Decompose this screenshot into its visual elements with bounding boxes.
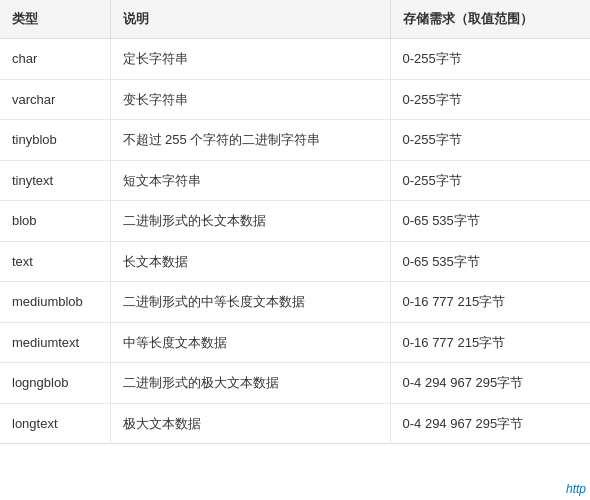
cell-storage: 0-4 294 967 295字节 (390, 403, 590, 444)
table-row: mediumblob二进制形式的中等长度文本数据0-16 777 215字节 (0, 282, 590, 323)
cell-type: logngblob (0, 363, 110, 404)
data-table-container: 类型 说明 存储需求（取值范围） char定长字符串0-255字节varchar… (0, 0, 590, 444)
cell-storage: 0-16 777 215字节 (390, 282, 590, 323)
table-row: text长文本数据0-65 535字节 (0, 241, 590, 282)
cell-description: 长文本数据 (110, 241, 390, 282)
header-storage: 存储需求（取值范围） (390, 0, 590, 39)
table-header-row: 类型 说明 存储需求（取值范围） (0, 0, 590, 39)
table-row: mediumtext中等长度文本数据0-16 777 215字节 (0, 322, 590, 363)
cell-description: 中等长度文本数据 (110, 322, 390, 363)
table-row: tinyblob不超过 255 个字符的二进制字符串0-255字节 (0, 120, 590, 161)
cell-storage: 0-255字节 (390, 39, 590, 80)
cell-storage: 0-16 777 215字节 (390, 322, 590, 363)
cell-type: longtext (0, 403, 110, 444)
table-row: varchar变长字符串0-255字节 (0, 79, 590, 120)
cell-type: tinyblob (0, 120, 110, 161)
watermark-text: http (566, 482, 586, 496)
cell-type: char (0, 39, 110, 80)
data-type-table: 类型 说明 存储需求（取值范围） char定长字符串0-255字节varchar… (0, 0, 590, 444)
cell-description: 二进制形式的中等长度文本数据 (110, 282, 390, 323)
table-row: blob二进制形式的长文本数据0-65 535字节 (0, 201, 590, 242)
cell-type: varchar (0, 79, 110, 120)
header-description: 说明 (110, 0, 390, 39)
cell-storage: 0-4 294 967 295字节 (390, 363, 590, 404)
cell-storage: 0-255字节 (390, 79, 590, 120)
cell-description: 短文本字符串 (110, 160, 390, 201)
cell-type: blob (0, 201, 110, 242)
cell-description: 二进制形式的极大文本数据 (110, 363, 390, 404)
header-type: 类型 (0, 0, 110, 39)
table-row: logngblob二进制形式的极大文本数据0-4 294 967 295字节 (0, 363, 590, 404)
cell-type: mediumtext (0, 322, 110, 363)
cell-storage: 0-255字节 (390, 120, 590, 161)
cell-storage: 0-65 535字节 (390, 201, 590, 242)
cell-type: text (0, 241, 110, 282)
cell-type: mediumblob (0, 282, 110, 323)
cell-storage: 0-255字节 (390, 160, 590, 201)
cell-type: tinytext (0, 160, 110, 201)
cell-description: 定长字符串 (110, 39, 390, 80)
table-row: char定长字符串0-255字节 (0, 39, 590, 80)
cell-description: 变长字符串 (110, 79, 390, 120)
table-row: tinytext短文本字符串0-255字节 (0, 160, 590, 201)
cell-storage: 0-65 535字节 (390, 241, 590, 282)
table-row: longtext极大文本数据0-4 294 967 295字节 (0, 403, 590, 444)
cell-description: 二进制形式的长文本数据 (110, 201, 390, 242)
cell-description: 不超过 255 个字符的二进制字符串 (110, 120, 390, 161)
cell-description: 极大文本数据 (110, 403, 390, 444)
